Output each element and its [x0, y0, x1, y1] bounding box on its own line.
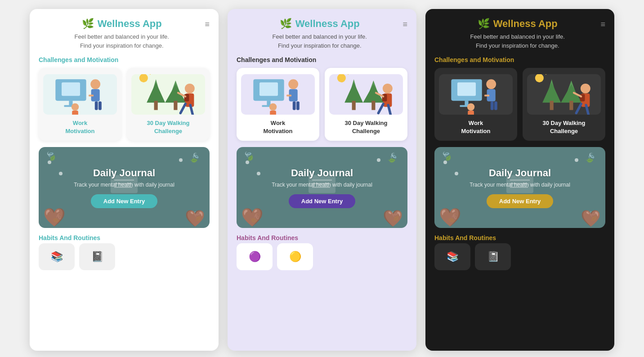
journal-content: Daily Journal Track your mental health w…	[272, 167, 372, 208]
svg-point-42	[269, 103, 277, 110]
scroll-hint: 📚 📓	[39, 243, 210, 270]
cards-grid: WorkMotivation	[39, 68, 210, 141]
journal-banner[interactable]: 🍃 🍃 🍃 🍃 🤎 🤎	[39, 147, 210, 228]
habit-icon-2: 📓	[91, 251, 103, 263]
section-title: Challenges and Motivation	[434, 56, 605, 63]
journal-banner[interactable]: 🍃 🍃 🍃 🍃 🤎 🤎	[237, 147, 407, 228]
journal-add-entry-button[interactable]: Add New Entry	[487, 194, 553, 208]
header: 🌿 Wellness App Feel better and balanced …	[39, 18, 210, 50]
card-label-0: WorkMotivation	[264, 119, 293, 135]
svg-rect-81	[550, 101, 554, 110]
app-subtitle: Feel better and balanced in your life.Fi…	[470, 32, 565, 50]
journal-content: Daily Journal Track your mental health w…	[470, 167, 570, 208]
svg-rect-11	[72, 111, 78, 115]
logo-icon: 🌿	[280, 18, 292, 30]
svg-rect-9	[98, 101, 102, 110]
menu-icon[interactable]: ≡	[600, 20, 605, 29]
card-item-1[interactable]: 30 Day WalkingChallenge	[325, 68, 407, 141]
card-illustration-0	[241, 74, 315, 115]
logo-row: 🌿 Wellness App	[82, 18, 162, 30]
card-label-1: 30 Day WalkingChallenge	[147, 119, 190, 135]
scroll-hint: 📚 📓	[434, 243, 605, 270]
card-item-1[interactable]: 30 Day WalkingChallenge	[523, 68, 605, 141]
card-item-0[interactable]: WorkMotivation	[237, 68, 319, 141]
svg-rect-7	[89, 94, 94, 96]
phone-content: 🌿 Wellness App Feel better and balanced …	[30, 9, 219, 351]
habit-icon-1: 📚	[447, 251, 459, 263]
card-item-1[interactable]: 30 Day WalkingChallenge	[127, 68, 210, 141]
svg-rect-23	[184, 94, 189, 101]
logo-icon: 🌿	[82, 18, 94, 30]
logo-row: 🌿 Wellness App	[280, 18, 360, 30]
card-label-0: WorkMotivation	[461, 119, 491, 135]
hand-right-icon: 🤎	[581, 209, 601, 228]
svg-point-74	[467, 103, 474, 110]
habit-card-1[interactable]: 📚	[434, 243, 470, 270]
svg-point-83	[581, 83, 590, 93]
card-item-0[interactable]: WorkMotivation	[39, 68, 121, 141]
svg-rect-75	[468, 111, 474, 115]
scroll-hint: 🟣 🟡	[237, 243, 407, 270]
menu-icon[interactable]: ≡	[402, 20, 407, 29]
habit-card-1[interactable]: 🟣	[237, 243, 273, 270]
svg-rect-17	[154, 101, 158, 110]
journal-title: Daily Journal	[93, 167, 155, 179]
svg-point-51	[383, 83, 393, 93]
app-title: Wellness App	[295, 18, 360, 30]
habit-icon-1: 📚	[51, 251, 63, 263]
card-illustration-0	[439, 74, 513, 115]
phone-content: 🌿 Wellness App Feel better and balanced …	[425, 9, 614, 351]
header-left: 🌿 Wellness App Feel better and balanced …	[39, 18, 205, 50]
habit-card-2[interactable]: 📓	[475, 243, 511, 270]
hand-left-icon: 🤎	[439, 207, 461, 228]
phone-content: 🌿 Wellness App Feel better and balanced …	[228, 9, 416, 351]
card-item-0[interactable]: WorkMotivation	[434, 68, 517, 141]
journal-content: Daily Journal Track your mental health w…	[74, 167, 174, 208]
svg-rect-2	[62, 82, 80, 96]
journal-add-entry-button[interactable]: Add New Entry	[91, 194, 157, 208]
app-subtitle: Feel better and balanced in your life.Fi…	[273, 32, 367, 50]
cards-grid: WorkMotivation	[434, 68, 605, 141]
journal-subtitle: Track your mental health with daily jour…	[74, 182, 174, 188]
svg-rect-18	[174, 101, 177, 110]
svg-rect-66	[457, 82, 476, 96]
habit-card-2[interactable]: 🟡	[277, 243, 313, 270]
journal-title: Daily Journal	[489, 167, 551, 179]
svg-point-69	[486, 79, 496, 89]
svg-rect-41	[296, 101, 300, 110]
svg-rect-55	[382, 94, 387, 101]
journal-add-entry-button[interactable]: Add New Entry	[289, 194, 355, 208]
svg-rect-8	[95, 101, 98, 110]
card-illustration-1	[527, 74, 601, 115]
section-title: Challenges and Motivation	[237, 56, 407, 63]
card-label-1: 30 Day WalkingChallenge	[345, 119, 388, 135]
logo-icon: 🌿	[478, 18, 490, 30]
habits-title: Habits And Routines	[434, 234, 605, 241]
menu-icon[interactable]: ≡	[205, 20, 210, 29]
svg-rect-43	[270, 111, 276, 115]
svg-rect-73	[494, 101, 497, 110]
cards-grid: WorkMotivation	[237, 68, 407, 141]
header: 🌿 Wellness App Feel better and balanced …	[237, 18, 407, 50]
habit-card-1[interactable]: 📚	[39, 243, 75, 270]
journal-banner[interactable]: 🍃 🍃 🍃 🍃 🤎 🤎	[434, 147, 605, 228]
app-subtitle: Feel better and balanced in your life.Fi…	[75, 32, 169, 50]
svg-rect-40	[293, 101, 296, 110]
svg-rect-49	[352, 101, 356, 110]
svg-rect-71	[484, 94, 489, 96]
hand-left-icon: 🤎	[43, 207, 66, 228]
journal-title: Daily Journal	[291, 167, 353, 179]
svg-rect-34	[259, 82, 278, 96]
svg-rect-87	[580, 94, 585, 101]
logo-row: 🌿 Wellness App	[478, 18, 558, 30]
header: 🌿 Wellness App Feel better and balanced …	[434, 18, 605, 50]
svg-point-5	[90, 79, 100, 89]
habit-icon-2: 🟡	[289, 251, 301, 263]
svg-point-37	[288, 79, 298, 89]
svg-rect-39	[286, 94, 291, 96]
svg-rect-50	[371, 101, 375, 110]
habit-card-2[interactable]: 📓	[79, 243, 115, 270]
app-title: Wellness App	[98, 18, 162, 30]
header-left: 🌿 Wellness App Feel better and balanced …	[434, 18, 600, 50]
card-label-1: 30 Day WalkingChallenge	[543, 119, 586, 135]
